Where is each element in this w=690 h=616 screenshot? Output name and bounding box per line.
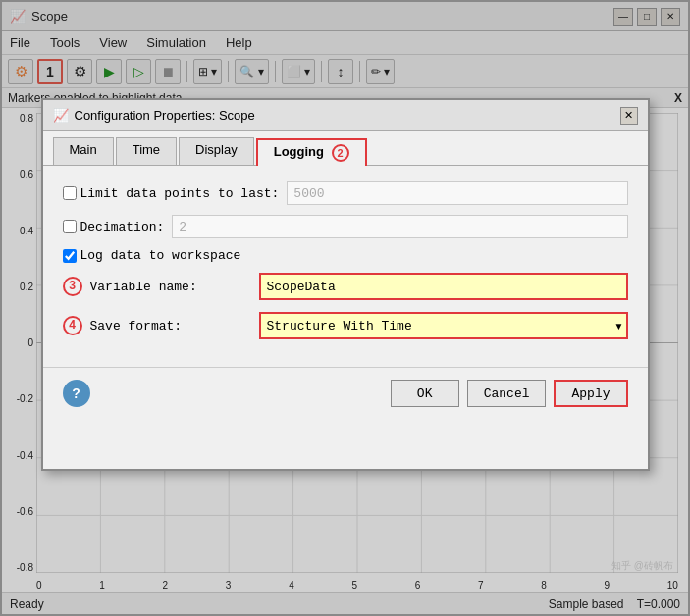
save-format-select[interactable]: Array Structure Structure With Time Data… <box>259 312 628 339</box>
dialog-tabs: Main Time Display Logging 2 <box>43 131 648 166</box>
log-workspace-label: Log data to workspace <box>80 248 241 263</box>
decimation-checkbox[interactable] <box>63 220 77 233</box>
save-format-row: 4 Save format: Array Structure Structure… <box>63 312 628 339</box>
variable-name-label-group: 3 Variable name: <box>63 277 259 296</box>
log-workspace-checkbox[interactable] <box>63 249 77 263</box>
tab-display[interactable]: Display <box>179 137 254 165</box>
main-window: 📈 Scope — □ ✕ File Tools View Simulation… <box>0 0 690 616</box>
limit-data-input[interactable] <box>287 181 627 205</box>
limit-data-label: Limit data points to last: <box>80 186 280 201</box>
decimation-input[interactable] <box>172 215 627 238</box>
tab-logging[interactable]: Logging 2 <box>256 138 367 166</box>
tab-logging-annotation: 2 <box>332 144 349 162</box>
apply-button[interactable]: Apply <box>554 380 627 407</box>
save-format-annotation: 4 <box>63 316 82 335</box>
save-format-select-wrapper: Array Structure Structure With Time Data… <box>259 312 628 339</box>
dialog-body: Limit data points to last: Decimation: <box>43 166 648 367</box>
log-workspace-row: Log data to workspace <box>63 248 628 263</box>
save-format-label-group: 4 Save format: <box>63 316 259 335</box>
dialog-footer: ? OK Cancel Apply <box>43 367 648 419</box>
variable-name-label-text: Variable name: <box>90 280 197 294</box>
tab-time[interactable]: Time <box>116 137 177 165</box>
dialog-title-left: 📈 Configuration Properties: Scope <box>53 108 255 123</box>
dialog-title-bar: 📈 Configuration Properties: Scope ✕ <box>43 100 648 131</box>
limit-data-checkbox[interactable] <box>63 186 77 200</box>
footer-buttons: OK Cancel Apply <box>391 380 628 407</box>
limit-data-points-row: Limit data points to last: <box>63 181 628 205</box>
decimation-label: Decimation: <box>80 220 165 234</box>
variable-name-annotation: 3 <box>63 277 82 296</box>
cancel-button[interactable]: Cancel <box>467 380 547 407</box>
help-button[interactable]: ? <box>63 380 90 407</box>
tab-main[interactable]: Main <box>53 137 114 165</box>
dialog-overlay: 📈 Configuration Properties: Scope ✕ Main… <box>0 0 690 616</box>
variable-name-input[interactable] <box>259 273 628 300</box>
dialog-close-button[interactable]: ✕ <box>620 107 638 125</box>
variable-name-row: 3 Variable name: <box>63 273 628 300</box>
decimation-row: Decimation: <box>63 215 628 238</box>
save-format-label-text: Save format: <box>90 319 183 334</box>
dialog-title: Configuration Properties: Scope <box>75 108 255 123</box>
ok-button[interactable]: OK <box>391 380 459 407</box>
variable-name-input-wrapper <box>259 273 628 300</box>
dialog-icon: 📈 <box>53 108 69 123</box>
config-dialog: 📈 Configuration Properties: Scope ✕ Main… <box>41 98 650 471</box>
